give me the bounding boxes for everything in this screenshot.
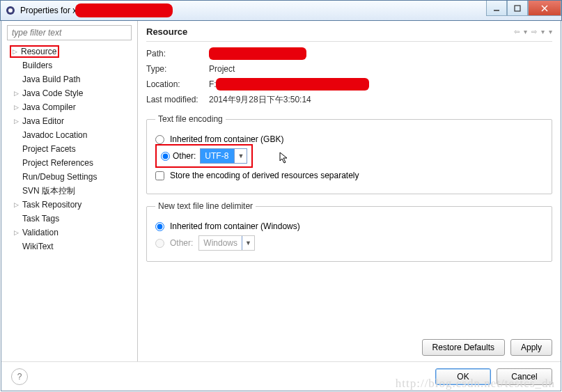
store-encoding-checkbox[interactable] bbox=[155, 171, 164, 180]
svg-rect-3 bbox=[515, 6, 520, 11]
path-label: Path: bbox=[146, 49, 209, 58]
nav-label: Task Repository bbox=[22, 200, 81, 210]
encoding-combo[interactable]: UTF-8 ▼ bbox=[200, 148, 247, 164]
store-encoding-label: Store the encoding of derived resources … bbox=[170, 171, 359, 180]
delimiter-group: New text file line delimiter Inherited f… bbox=[146, 201, 552, 262]
delimiter-other-radio[interactable] bbox=[155, 239, 164, 248]
chevron-right-icon: ▷ bbox=[14, 104, 22, 111]
dialog-footer: ? OK Cancel bbox=[1, 361, 561, 391]
nav-item-svn[interactable]: SVN 版本控制 bbox=[7, 184, 132, 198]
nav-item-javadoc-location[interactable]: Javadoc Location bbox=[7, 128, 132, 142]
nav-label: Project Facets bbox=[22, 144, 76, 154]
titlebar: Properties for x bbox=[0, 0, 562, 21]
nav-item-project-facets[interactable]: Project Facets bbox=[7, 142, 132, 156]
chevron-right-icon: ▷ bbox=[14, 90, 22, 97]
nav-item-resource[interactable]: ▷Resource bbox=[7, 45, 132, 58]
nav-item-project-references[interactable]: Project References bbox=[7, 156, 132, 170]
type-value: Project bbox=[209, 64, 235, 74]
modified-value: 2014年9月28日下午3:50:14 bbox=[209, 94, 311, 106]
window-controls bbox=[486, 1, 561, 16]
nav-label: Java Build Path bbox=[22, 75, 80, 84]
nav-label: WikiText bbox=[22, 242, 54, 251]
redacted-title bbox=[75, 3, 173, 17]
nav-item-task-repository[interactable]: ▷Task Repository bbox=[7, 198, 132, 212]
delimiter-combo: Windows ▼ bbox=[198, 235, 255, 251]
encoding-legend: Text file encoding bbox=[155, 114, 226, 124]
ok-button[interactable]: OK bbox=[435, 368, 491, 385]
apply-button[interactable]: Apply bbox=[510, 339, 552, 356]
minimize-button[interactable] bbox=[486, 1, 507, 16]
type-label: Type: bbox=[146, 64, 209, 74]
window-title: Properties for x bbox=[20, 6, 77, 15]
delimiter-inherited-label: Inherited from container (Windows) bbox=[170, 221, 300, 231]
maximize-button[interactable] bbox=[507, 1, 528, 16]
nav-label: Task Tags bbox=[22, 214, 59, 224]
redacted-location bbox=[216, 78, 369, 91]
delimiter-other-label: Other: bbox=[170, 238, 193, 248]
nav-item-task-tags[interactable]: Task Tags bbox=[7, 212, 132, 226]
nav-tree: ▷Resource Builders Java Build Path ▷Java… bbox=[7, 45, 132, 253]
chevron-right-icon: ▷ bbox=[13, 48, 21, 55]
nav-label: Validation bbox=[22, 228, 58, 237]
nav-label: Resource bbox=[21, 47, 56, 56]
nav-label: SVN 版本控制 bbox=[22, 185, 75, 197]
delimiter-combo-value: Windows bbox=[199, 236, 242, 250]
location-label: Location: bbox=[146, 79, 209, 89]
header-nav-icons: ⇦▾ ⇨▾ ▾ bbox=[514, 28, 552, 36]
nav-label: Java Compiler bbox=[22, 102, 76, 112]
restore-defaults-button[interactable]: Restore Defaults bbox=[422, 339, 505, 356]
nav-label: Java Editor bbox=[22, 116, 64, 126]
window-app-icon bbox=[5, 5, 16, 16]
svg-point-1 bbox=[8, 8, 13, 13]
encoding-inherited-label: Inherited from container (GBK) bbox=[170, 134, 283, 144]
chevron-down-icon[interactable]: ▼ bbox=[234, 149, 247, 163]
modified-label: Last modified: bbox=[146, 95, 209, 104]
back-menu-icon[interactable]: ▾ bbox=[524, 28, 527, 36]
delimiter-inherited-radio[interactable] bbox=[155, 222, 164, 231]
cancel-button[interactable]: Cancel bbox=[497, 368, 552, 385]
forward-menu-icon[interactable]: ▾ bbox=[541, 28, 545, 36]
nav-item-wikitext[interactable]: WikiText bbox=[7, 240, 132, 253]
nav-label: Run/Debug Settings bbox=[22, 172, 97, 182]
chevron-right-icon: ▷ bbox=[14, 201, 22, 208]
encoding-group: Text file encoding Inherited from contai… bbox=[146, 114, 552, 194]
nav-label: Project References bbox=[22, 158, 93, 168]
nav-label: Java Code Style bbox=[22, 88, 83, 98]
filter-input[interactable] bbox=[7, 25, 132, 40]
encoding-inherited-radio[interactable] bbox=[155, 135, 164, 144]
redacted-path bbox=[209, 47, 306, 60]
nav-item-validation[interactable]: ▷Validation bbox=[7, 226, 132, 240]
content-pane: Resource ⇦▾ ⇨▾ ▾ Path: Type:Project Loca… bbox=[138, 21, 561, 361]
cursor-icon bbox=[279, 152, 289, 164]
menu-icon[interactable]: ▾ bbox=[549, 28, 552, 36]
nav-item-builders[interactable]: Builders bbox=[7, 58, 132, 72]
chevron-right-icon: ▷ bbox=[14, 229, 22, 236]
nav-label: Builders bbox=[22, 61, 52, 70]
nav-item-java-code-style[interactable]: ▷Java Code Style bbox=[7, 86, 132, 100]
page-title: Resource bbox=[146, 26, 187, 37]
encoding-combo-value: UTF-8 bbox=[201, 149, 234, 163]
nav-label: Javadoc Location bbox=[22, 130, 87, 140]
delimiter-legend: New text file line delimiter bbox=[155, 201, 256, 211]
encoding-other-radio[interactable] bbox=[161, 152, 170, 161]
nav-pane: ▷Resource Builders Java Build Path ▷Java… bbox=[1, 21, 138, 361]
nav-item-java-build-path[interactable]: Java Build Path bbox=[7, 72, 132, 86]
help-icon[interactable]: ? bbox=[11, 368, 28, 385]
close-button[interactable] bbox=[528, 1, 561, 16]
nav-item-java-compiler[interactable]: ▷Java Compiler bbox=[7, 100, 132, 114]
nav-item-java-editor[interactable]: ▷Java Editor bbox=[7, 114, 132, 128]
forward-icon[interactable]: ⇨ bbox=[531, 28, 537, 36]
chevron-right-icon: ▷ bbox=[14, 118, 22, 125]
back-icon[interactable]: ⇦ bbox=[514, 28, 520, 36]
encoding-other-label: Other: bbox=[173, 151, 196, 161]
nav-item-run-debug-settings[interactable]: Run/Debug Settings bbox=[7, 170, 132, 184]
chevron-down-icon: ▼ bbox=[242, 236, 254, 250]
